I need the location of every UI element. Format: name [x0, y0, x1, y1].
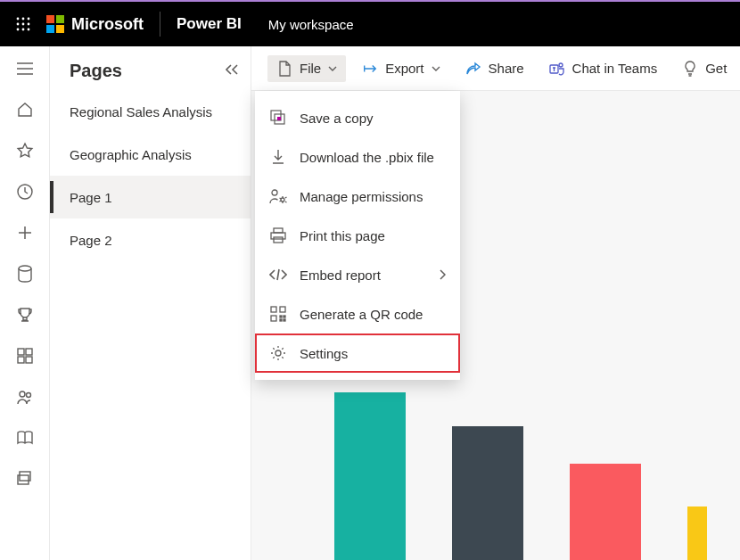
bar-chart[interactable] [334, 392, 707, 560]
menu-label: Save a copy [300, 111, 374, 126]
file-icon [276, 61, 292, 77]
get-label: Get [705, 61, 727, 76]
book-icon[interactable] [15, 428, 35, 448]
menu-label: Embed report [300, 268, 381, 283]
svg-point-1 [22, 18, 25, 21]
clock-icon[interactable] [15, 182, 35, 202]
microsoft-logo: Microsoft [46, 15, 144, 34]
svg-rect-36 [271, 316, 276, 321]
embed-icon [269, 266, 287, 284]
menu-label: Manage permissions [300, 189, 423, 204]
trophy-icon[interactable] [15, 305, 35, 325]
svg-point-3 [17, 23, 20, 26]
qr-icon [269, 305, 287, 323]
svg-rect-18 [18, 357, 24, 363]
export-icon [362, 61, 378, 77]
app-launcher-icon[interactable] [0, 2, 46, 46]
pages-pane: Pages Regional Sales Analysis Geographic… [50, 46, 251, 560]
menu-item-permissions[interactable]: Manage permissions [255, 177, 460, 216]
share-button[interactable]: Share [456, 55, 533, 82]
svg-point-29 [272, 190, 277, 195]
svg-rect-34 [271, 307, 276, 312]
hamburger-icon[interactable] [15, 59, 35, 78]
home-icon[interactable] [15, 100, 35, 119]
brand-product[interactable]: Power BI [177, 15, 242, 33]
chevron-down-icon [432, 64, 440, 73]
menu-item-print[interactable]: Print this page [255, 216, 460, 255]
apps-icon[interactable] [15, 346, 35, 366]
microsoft-logo-icon [46, 15, 64, 33]
svg-point-41 [275, 350, 281, 356]
svg-point-25 [559, 63, 563, 67]
svg-point-21 [26, 393, 30, 398]
menu-item-save-copy[interactable]: Save a copy [255, 98, 460, 137]
svg-rect-35 [280, 307, 285, 312]
svg-rect-19 [26, 357, 32, 363]
share-label: Share [489, 61, 524, 76]
svg-rect-39 [280, 319, 282, 321]
export-button[interactable]: Export [353, 55, 448, 82]
people-icon[interactable] [15, 387, 35, 407]
permissions-icon [269, 187, 287, 205]
plus-icon[interactable] [15, 223, 35, 243]
save-copy-icon [269, 109, 287, 127]
svg-point-5 [28, 23, 30, 26]
svg-point-6 [17, 29, 20, 31]
menu-label: Generate a QR code [300, 307, 423, 322]
page-item[interactable]: Geographic Analysis [50, 133, 251, 176]
export-label: Export [385, 61, 423, 76]
svg-point-15 [19, 266, 31, 271]
menu-item-embed[interactable]: Embed report [255, 255, 460, 294]
svg-rect-38 [284, 316, 285, 317]
page-label: Page 1 [70, 190, 112, 205]
file-button[interactable]: File [267, 55, 346, 82]
page-item[interactable]: Page 2 [50, 218, 251, 261]
svg-point-4 [22, 23, 25, 26]
svg-rect-16 [18, 349, 24, 355]
menu-label: Download the .pbix file [300, 150, 434, 165]
chat-teams-button[interactable]: Chat in Teams [540, 55, 667, 82]
page-label: Regional Sales Analysis [70, 104, 212, 119]
bar-4 [687, 506, 707, 560]
report-content: File Export Share Chat in Teams Get [251, 46, 740, 560]
bar-3 [570, 464, 641, 560]
star-icon[interactable] [15, 141, 35, 161]
app-header: Microsoft Power BI My workspace [0, 2, 740, 46]
menu-item-download[interactable]: Download the .pbix file [255, 137, 460, 177]
chevron-down-icon [328, 64, 337, 73]
menu-label: Print this page [300, 228, 385, 243]
svg-rect-17 [26, 349, 32, 355]
get-insights-button[interactable]: Get [673, 55, 736, 82]
menu-label: Settings [300, 346, 348, 361]
share-icon [465, 61, 481, 77]
svg-rect-28 [277, 117, 281, 120]
collapse-pane-icon[interactable] [224, 63, 240, 78]
nav-rail [0, 46, 50, 560]
svg-point-7 [22, 29, 25, 31]
svg-rect-37 [280, 316, 282, 317]
svg-rect-40 [284, 319, 285, 321]
menu-item-qr[interactable]: Generate a QR code [255, 294, 460, 334]
workspaces-icon[interactable] [15, 469, 35, 489]
svg-point-20 [20, 391, 25, 397]
svg-point-30 [281, 198, 284, 202]
page-item[interactable]: Regional Sales Analysis [50, 90, 251, 133]
divider [160, 12, 160, 37]
svg-point-2 [28, 18, 30, 21]
file-menu: Save a copy Download the .pbix file Mana… [255, 91, 460, 380]
page-item[interactable]: Page 1 [50, 176, 251, 218]
data-icon[interactable] [15, 264, 35, 284]
chevron-right-icon [439, 268, 446, 283]
svg-point-8 [28, 29, 30, 31]
print-icon [269, 226, 287, 244]
settings-icon [269, 344, 287, 362]
brand-company: Microsoft [71, 15, 144, 34]
toolbar: File Export Share Chat in Teams Get [251, 46, 740, 91]
svg-point-0 [17, 18, 20, 21]
workspace-name[interactable]: My workspace [268, 17, 354, 32]
menu-item-settings[interactable]: Settings [255, 334, 460, 373]
svg-rect-33 [274, 237, 283, 243]
svg-rect-31 [274, 228, 283, 233]
page-label: Page 2 [70, 233, 112, 248]
download-icon [269, 148, 287, 166]
